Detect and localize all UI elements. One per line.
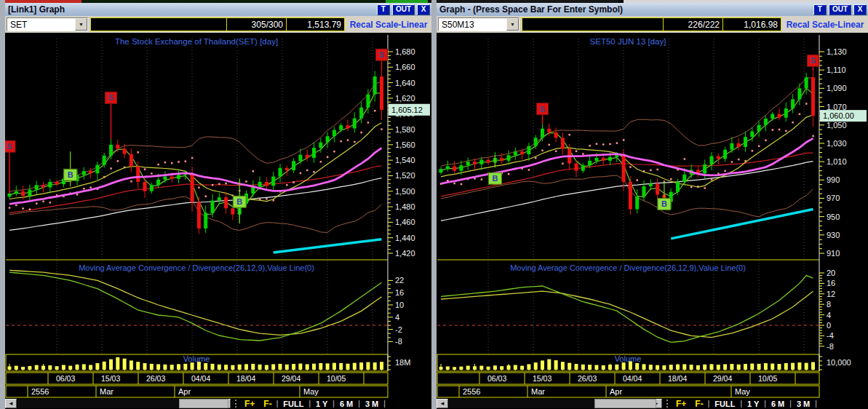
svg-text:Volume: Volume	[183, 354, 210, 363]
sar-dot	[286, 184, 288, 186]
chart-area-right[interactable]: 9109309509709901,0101,0301,0501,0701,090…	[437, 33, 868, 398]
svg-text:Apr: Apr	[178, 387, 191, 396]
price-chart-canvas[interactable]: 1,4201,4401,4601,4801,5001,5201,5401,560…	[5, 33, 431, 398]
svg-text:18/04: 18/04	[668, 374, 687, 383]
sar-dot	[461, 183, 463, 186]
fplus-button[interactable]: F+	[672, 399, 690, 409]
sar-dot	[164, 162, 167, 164]
out-button[interactable]: OUT	[829, 4, 851, 15]
sar-dot	[218, 183, 220, 185]
range-6m-button[interactable]: 6 M	[766, 400, 789, 408]
svg-text:26/03: 26/03	[578, 374, 597, 383]
fplus-button[interactable]: F+	[240, 399, 259, 409]
svg-text:Moving Average Convergence / D: Moving Average Convergence / Divergence(…	[510, 263, 746, 272]
titlebar-left[interactable]: [Link1] Graph T OUT X	[5, 3, 431, 16]
sar-dot	[799, 114, 801, 116]
date-axis: 06/0315/0326/0304/0418/0429/0410/05	[437, 373, 819, 384]
out-button[interactable]: OUT	[392, 4, 415, 15]
control-row-right: S50M13 ▼ 226/222 1,016.98 Recal Scale-Li…	[437, 16, 868, 33]
svg-text:2556: 2556	[463, 387, 480, 396]
svg-text:22: 22	[395, 276, 404, 285]
titlebar-right[interactable]: Graph - (Press Space Bar For Enter Symbo…	[437, 3, 868, 16]
svg-text:1,050: 1,050	[827, 121, 847, 130]
svg-text:-4: -4	[827, 331, 834, 340]
range-6m-button[interactable]: 6 M	[335, 400, 358, 408]
symbol-dropdown[interactable]: SET ▼	[7, 17, 88, 31]
svg-text:S: S	[379, 50, 384, 59]
svg-text:1,010: 1,010	[827, 157, 847, 166]
scroll-left-icon[interactable]: ◄	[5, 399, 17, 408]
sar-dot	[245, 180, 247, 183]
fminus-button[interactable]: F-	[259, 399, 276, 409]
t-button[interactable]: T	[377, 4, 390, 15]
symbol-entry-area[interactable]	[91, 18, 226, 31]
svg-text:10/05: 10/05	[327, 374, 346, 383]
scrollbar-thumb[interactable]	[179, 399, 228, 408]
range-1y-button[interactable]: 1 Y	[742, 400, 764, 408]
sar-dot	[354, 141, 356, 143]
range-full-button[interactable]: FULL	[709, 400, 740, 408]
svg-text:15/03: 15/03	[101, 374, 120, 383]
svg-text:2556: 2556	[31, 387, 49, 396]
scrollbar-thumb[interactable]	[594, 399, 656, 408]
sar-dot	[320, 161, 322, 163]
sar-dot	[266, 198, 268, 200]
chart-background	[5, 33, 431, 398]
sar-dot	[178, 161, 180, 163]
svg-text:16: 16	[827, 279, 835, 287]
scrollbar-track[interactable]	[17, 399, 218, 408]
sar-dot	[765, 140, 767, 142]
sar-dot	[616, 142, 618, 144]
chevron-down-icon[interactable]: ▼	[75, 18, 87, 31]
scrollbar-track[interactable]	[449, 399, 650, 408]
svg-text:1,060.00: 1,060.00	[823, 111, 854, 120]
sar-dot	[292, 181, 295, 183]
svg-text:1,540: 1,540	[395, 156, 415, 164]
range-3m-button[interactable]: 3 M	[360, 400, 383, 408]
sar-dot	[117, 160, 119, 162]
svg-text:Apr: Apr	[610, 387, 622, 396]
svg-text:18/04: 18/04	[236, 374, 255, 383]
recal-scale-button[interactable]: Recal Scale-Linear	[784, 20, 867, 30]
svg-text:15/03: 15/03	[533, 374, 552, 383]
chevron-down-icon[interactable]: ▼	[506, 18, 519, 31]
close-button[interactable]: X	[853, 4, 867, 15]
svg-text:1,070: 1,070	[827, 103, 847, 111]
chart-area-left[interactable]: 1,4201,4401,4601,4801,5001,5201,5401,560…	[5, 33, 431, 398]
symbol-dropdown[interactable]: S50M13 ▼	[438, 17, 519, 31]
t-button[interactable]: T	[813, 4, 827, 15]
range-3m-button[interactable]: 3 M	[792, 400, 815, 408]
svg-text:1,520: 1,520	[395, 171, 415, 180]
recal-scale-button[interactable]: Recal Scale-Linear	[347, 20, 430, 30]
sar-dot	[704, 187, 706, 189]
svg-text:-8: -8	[395, 337, 402, 346]
sar-dot	[670, 178, 672, 180]
close-button[interactable]: X	[417, 4, 430, 15]
svg-text:1,090: 1,090	[827, 84, 847, 92]
symbol-value: S50M13	[442, 20, 474, 30]
svg-text:Moving Average Convergence / D: Moving Average Convergence / Divergence(…	[79, 263, 314, 272]
sar-dot	[738, 159, 740, 161]
sar-dot	[656, 169, 658, 171]
range-1y-button[interactable]: 1 Y	[311, 400, 333, 408]
svg-text:06/03: 06/03	[56, 374, 75, 383]
sar-dot	[623, 139, 625, 141]
sar-dot	[9, 207, 11, 209]
updown-ratio: 305/300	[226, 18, 286, 31]
svg-text:1,620: 1,620	[395, 94, 415, 103]
sar-dot	[569, 134, 571, 136]
svg-text:1,560: 1,560	[395, 140, 415, 149]
sar-dot	[562, 163, 564, 165]
sar-dot	[29, 208, 31, 210]
sar-dot	[15, 204, 17, 207]
sar-dot	[144, 168, 146, 170]
svg-text:May: May	[303, 387, 319, 396]
scroll-left-icon[interactable]: ◄	[437, 399, 448, 408]
price-chart-canvas[interactable]: 9109309509709901,0101,0301,0501,0701,090…	[437, 33, 868, 398]
svg-text:S: S	[811, 56, 816, 65]
svg-text:1,500: 1,500	[395, 187, 415, 196]
symbol-entry-area[interactable]	[522, 18, 663, 31]
last-price-value: 1,513.79	[286, 18, 344, 31]
range-full-button[interactable]: FULL	[278, 400, 308, 408]
fminus-button[interactable]: F-	[690, 399, 707, 409]
